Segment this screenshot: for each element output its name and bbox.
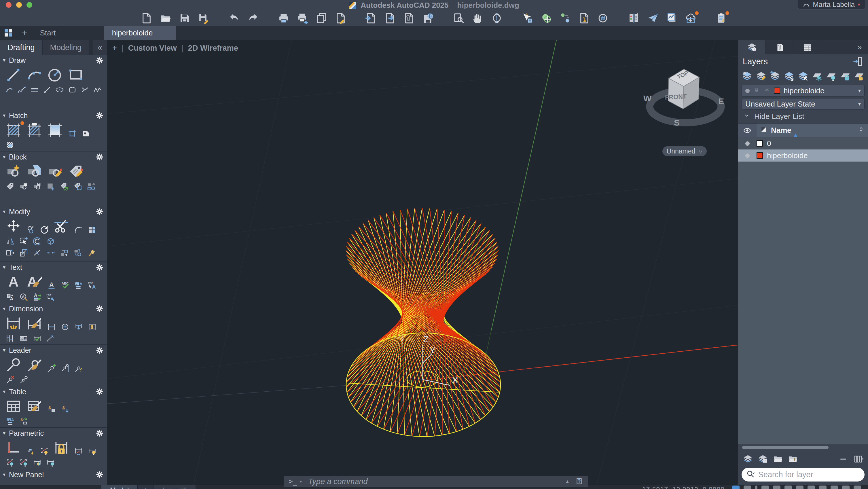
plot-edit-icon[interactable] (334, 11, 347, 25)
section-collapse-caret-icon[interactable]: ▾ (3, 389, 5, 395)
param-bulb-y-tool[interactable] (38, 446, 50, 456)
export-icon[interactable] (383, 11, 397, 25)
section-collapse-caret-icon[interactable]: ▾ (3, 154, 5, 160)
model-tab[interactable]: Model (101, 485, 137, 489)
hatch-tool-tool[interactable] (80, 128, 92, 139)
ucs-icon-icon[interactable] (540, 11, 553, 25)
param-lock-tool[interactable] (52, 439, 71, 456)
command-prompt-caret-icon[interactable]: ▾ (300, 479, 302, 484)
leader-o-tool[interactable] (18, 375, 29, 385)
text-A-tool[interactable]: A (4, 273, 23, 291)
tag-edit-tool[interactable] (66, 163, 85, 180)
a-sync-tool[interactable]: A (31, 292, 43, 302)
block-swap-tool[interactable] (85, 181, 97, 192)
table-style-tool[interactable]: A (4, 416, 16, 427)
orbit-icon[interactable] (490, 11, 503, 25)
pdf-wrench-tool[interactable]: PDF (44, 292, 57, 302)
current-layer-dropdown[interactable]: hiperboloide ▾ (742, 85, 865, 96)
leader-align-tool[interactable] (59, 363, 71, 373)
tab-modeling[interactable]: Modeling (42, 40, 90, 55)
hatch-tool[interactable] (4, 122, 23, 139)
viewport-menu-button[interactable]: + (112, 44, 117, 53)
layer-state-dropdown[interactable]: Unsaved Layer State ▾ (742, 98, 865, 110)
stretch-tool[interactable] (4, 248, 16, 258)
layer-settings-icon[interactable] (754, 70, 768, 83)
visibility-column-header[interactable] (738, 124, 756, 137)
purge-icon[interactable] (578, 11, 591, 25)
count-icon[interactable] (597, 11, 610, 25)
leader-tool[interactable] (4, 356, 23, 373)
new-layout-button[interactable]: + (137, 485, 154, 489)
section-header[interactable]: ▾ Leader (3, 345, 104, 356)
doc-tab-start[interactable]: Start (32, 26, 104, 40)
dim-check-tool[interactable] (31, 333, 43, 343)
block-plus-tool[interactable] (44, 181, 57, 192)
dim-spark-tool[interactable] (4, 315, 23, 332)
name-column-header[interactable]: Name (756, 124, 868, 137)
open-icon[interactable] (159, 11, 172, 25)
layer-color-swatch[interactable] (756, 152, 763, 159)
gear-icon[interactable] (95, 153, 104, 161)
block-edit-tool[interactable] (45, 163, 64, 180)
copy-clip-icon[interactable] (315, 11, 328, 25)
ellipse-tool[interactable] (55, 85, 65, 95)
columns-icon[interactable] (852, 453, 865, 465)
gear-icon[interactable] (95, 56, 104, 64)
section-header[interactable]: ▾ Draw (3, 55, 104, 66)
layer-states-icon[interactable] (756, 453, 769, 465)
command-history-toggle[interactable]: ▲ (565, 479, 570, 484)
mirror-tool[interactable] (4, 236, 16, 246)
tag-sync-tool[interactable] (58, 181, 70, 192)
status-icon[interactable] (762, 486, 769, 489)
pdf-a-tool[interactable]: PDFA (86, 280, 98, 291)
minimize-icon[interactable] (837, 453, 849, 465)
layer-lock-icon[interactable] (839, 70, 852, 83)
tag-frame-tool[interactable] (72, 181, 84, 192)
layer-off-icon[interactable] (825, 70, 838, 83)
gear-icon[interactable] (95, 207, 104, 216)
dimcon-y-tool[interactable] (86, 446, 98, 456)
divide-tool[interactable] (80, 85, 90, 95)
array-tool[interactable] (86, 225, 98, 235)
save-icon[interactable] (178, 11, 191, 25)
palette-tab-sheets[interactable] (794, 40, 821, 54)
visual-style-button[interactable]: 2D Wireframe (188, 44, 238, 53)
group-filter-icon[interactable] (786, 453, 799, 465)
app-grid-icon[interactable] (3, 28, 14, 38)
layer-table-header[interactable]: Name ▲ (738, 124, 868, 137)
performance-icon[interactable] (665, 11, 679, 25)
hide-layer-list-toggle[interactable]: Hide Layer List (738, 111, 868, 122)
pan-icon[interactable] (471, 11, 485, 25)
dim-x-tool[interactable]: X (44, 333, 57, 343)
section-collapse-caret-icon[interactable]: ▾ (3, 347, 5, 354)
leader-add-tool[interactable] (45, 363, 57, 373)
gradient-tool[interactable] (45, 122, 64, 139)
wblock-tool[interactable] (31, 181, 43, 192)
boundary-tool[interactable] (66, 128, 78, 139)
arc-tool[interactable] (25, 66, 44, 84)
section-header[interactable]: ▾ Dimension (3, 303, 104, 314)
task-list-icon[interactable] (715, 11, 728, 25)
fillet-tool[interactable] (72, 225, 84, 235)
status-icon[interactable] (773, 486, 780, 489)
palette-tab-layers[interactable]: i (738, 40, 766, 54)
gear-icon[interactable] (95, 304, 104, 313)
break-tool[interactable] (31, 248, 43, 258)
layer-on-indicator-icon[interactable] (745, 142, 750, 146)
section-header[interactable]: ▾ Modify (3, 206, 104, 217)
align-tool[interactable] (58, 248, 70, 258)
sort-arrows-icon[interactable] (858, 126, 865, 135)
leader-brush-tool[interactable] (25, 356, 44, 373)
section-collapse-caret-icon[interactable]: ▾ (3, 209, 5, 215)
rotate-tool[interactable] (38, 225, 50, 235)
table-tool[interactable] (4, 398, 23, 415)
s-down-tool[interactable]: S (59, 405, 71, 415)
s-link-tool[interactable]: S (45, 405, 57, 415)
import-icon[interactable] (365, 11, 378, 25)
section-header[interactable]: ▾ New Panel (3, 469, 104, 480)
gear-icon[interactable] (95, 429, 104, 437)
trim-tool[interactable] (52, 218, 71, 235)
layer-isolate-icon[interactable] (782, 70, 796, 83)
section-header[interactable]: ▾ Table (3, 386, 104, 397)
cube3d-tool[interactable] (44, 236, 57, 246)
